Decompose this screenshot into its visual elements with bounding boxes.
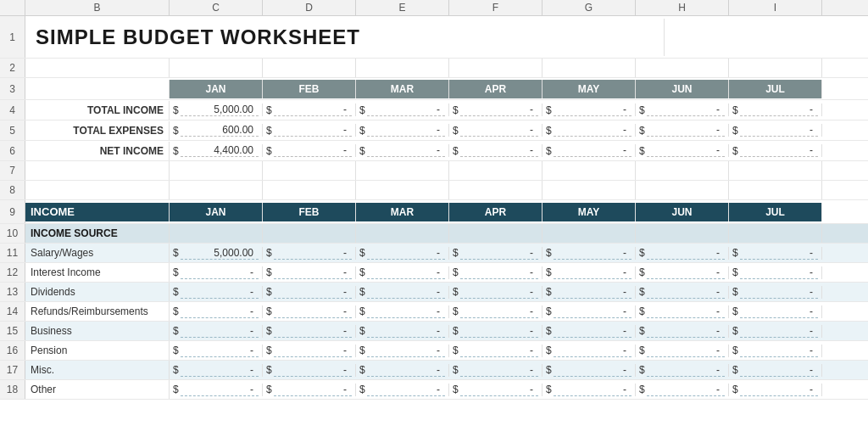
net-income-feb-cell[interactable]: $ -: [263, 144, 356, 157]
business-mar-cell[interactable]: $-: [356, 325, 449, 338]
pension-jan-cell[interactable]: $-: [170, 345, 263, 357]
misc-apr-cell[interactable]: $-: [449, 364, 542, 377]
other-mar-cell[interactable]: $-: [356, 384, 449, 396]
salary-jun-value[interactable]: -: [647, 247, 725, 260]
other-jan-cell[interactable]: $-: [170, 384, 263, 396]
salary-jun-cell[interactable]: $ -: [636, 247, 729, 260]
refunds-mar-cell[interactable]: $-: [356, 305, 449, 318]
net-income-mar-cell[interactable]: $ -: [356, 144, 449, 157]
business-jun-cell[interactable]: $-: [636, 325, 729, 338]
refunds-jun-cell[interactable]: $-: [636, 305, 729, 318]
pension-jun-cell[interactable]: $-: [636, 345, 729, 357]
other-feb-cell[interactable]: $-: [263, 384, 356, 396]
net-income-jul-value[interactable]: -: [740, 144, 818, 157]
interest-jul-cell[interactable]: $-: [729, 266, 822, 279]
salary-jan-value[interactable]: 5,000.00: [181, 247, 259, 260]
dividends-jul-cell[interactable]: $-: [729, 286, 822, 299]
interest-jun-value[interactable]: -: [647, 266, 725, 279]
interest-mar-value[interactable]: -: [367, 266, 445, 279]
salary-feb-value[interactable]: -: [274, 247, 352, 260]
interest-feb-value[interactable]: -: [274, 266, 352, 279]
net-income-may-cell[interactable]: $ -: [542, 144, 636, 157]
misc-mar-cell[interactable]: $-: [356, 364, 449, 377]
other-jun-cell[interactable]: $-: [636, 384, 729, 396]
pension-feb-cell[interactable]: $-: [263, 345, 356, 357]
business-jan-cell[interactable]: $-: [170, 325, 263, 338]
total-income-jan-value[interactable]: 5,000.00: [181, 104, 259, 116]
salary-mar-cell[interactable]: $ -: [356, 247, 449, 260]
interest-apr-value[interactable]: -: [460, 266, 538, 279]
business-feb-cell[interactable]: $-: [263, 325, 356, 338]
total-expenses-may-cell[interactable]: $ -: [542, 124, 636, 137]
interest-mar-cell[interactable]: $-: [356, 266, 449, 279]
dividends-jun-cell[interactable]: $-: [636, 286, 729, 299]
misc-jul-cell[interactable]: $-: [729, 364, 822, 377]
salary-may-cell[interactable]: $ -: [542, 247, 636, 260]
net-income-may-value[interactable]: -: [554, 144, 632, 157]
refunds-apr-cell[interactable]: $-: [449, 305, 542, 318]
total-income-may-cell[interactable]: $ -: [542, 104, 636, 116]
total-income-feb-cell[interactable]: $ -: [263, 104, 356, 116]
dividends-feb-cell[interactable]: $-: [263, 286, 356, 299]
dividends-apr-cell[interactable]: $-: [449, 286, 542, 299]
salary-apr-value[interactable]: -: [460, 247, 538, 260]
total-income-apr-cell[interactable]: $ -: [449, 104, 542, 116]
salary-may-value[interactable]: -: [554, 247, 632, 260]
other-apr-cell[interactable]: $-: [449, 384, 542, 396]
total-income-may-value[interactable]: -: [554, 104, 632, 116]
total-expenses-jan-cell[interactable]: $ 600.00: [170, 124, 263, 137]
total-expenses-jul-cell[interactable]: $ -: [729, 124, 822, 137]
net-income-jan-cell[interactable]: $ 4,400.00: [170, 144, 263, 157]
total-income-jun-value[interactable]: -: [647, 104, 725, 116]
salary-jul-cell[interactable]: $ -: [729, 247, 822, 260]
total-expenses-feb-cell[interactable]: $ -: [263, 124, 356, 137]
net-income-jan-value[interactable]: 4,400.00: [181, 144, 259, 157]
interest-may-cell[interactable]: $-: [542, 266, 636, 279]
refunds-feb-cell[interactable]: $-: [263, 305, 356, 318]
interest-jun-cell[interactable]: $-: [636, 266, 729, 279]
net-income-mar-value[interactable]: -: [367, 144, 445, 157]
other-jul-cell[interactable]: $-: [729, 384, 822, 396]
net-income-apr-cell[interactable]: $ -: [449, 144, 542, 157]
salary-feb-cell[interactable]: $ -: [263, 247, 356, 260]
total-expenses-jul-value[interactable]: -: [740, 124, 818, 137]
misc-jan-cell[interactable]: $-: [170, 364, 263, 377]
interest-may-value[interactable]: -: [554, 266, 632, 279]
business-may-cell[interactable]: $-: [542, 325, 636, 338]
total-expenses-jan-value[interactable]: 600.00: [181, 124, 259, 137]
net-income-jun-value[interactable]: -: [647, 144, 725, 157]
misc-feb-cell[interactable]: $-: [263, 364, 356, 377]
salary-jul-value[interactable]: -: [740, 247, 818, 260]
total-expenses-apr-cell[interactable]: $ -: [449, 124, 542, 137]
refunds-may-cell[interactable]: $-: [542, 305, 636, 318]
business-apr-cell[interactable]: $-: [449, 325, 542, 338]
net-income-feb-value[interactable]: -: [274, 144, 352, 157]
interest-jan-value[interactable]: -: [181, 266, 259, 279]
pension-mar-cell[interactable]: $-: [356, 345, 449, 357]
salary-jan-cell[interactable]: $ 5,000.00: [170, 247, 263, 260]
total-expenses-jun-value[interactable]: -: [647, 124, 725, 137]
total-income-jun-cell[interactable]: $ -: [636, 104, 729, 116]
total-expenses-may-value[interactable]: -: [554, 124, 632, 137]
refunds-jan-cell[interactable]: $-: [170, 305, 263, 318]
total-income-mar-value[interactable]: -: [367, 104, 445, 116]
total-income-jul-cell[interactable]: $ -: [729, 104, 822, 116]
net-income-jun-cell[interactable]: $ -: [636, 144, 729, 157]
misc-may-cell[interactable]: $-: [542, 364, 636, 377]
other-may-cell[interactable]: $-: [542, 384, 636, 396]
interest-jan-cell[interactable]: $-: [170, 266, 263, 279]
pension-may-cell[interactable]: $-: [542, 345, 636, 357]
total-income-apr-value[interactable]: -: [460, 104, 538, 116]
total-expenses-mar-value[interactable]: -: [367, 124, 445, 137]
dividends-may-cell[interactable]: $-: [542, 286, 636, 299]
total-expenses-apr-value[interactable]: -: [460, 124, 538, 137]
total-expenses-feb-value[interactable]: -: [274, 124, 352, 137]
interest-feb-cell[interactable]: $-: [263, 266, 356, 279]
interest-apr-cell[interactable]: $-: [449, 266, 542, 279]
salary-apr-cell[interactable]: $ -: [449, 247, 542, 260]
net-income-jul-cell[interactable]: $ -: [729, 144, 822, 157]
pension-jul-cell[interactable]: $-: [729, 345, 822, 357]
refunds-jul-cell[interactable]: $-: [729, 305, 822, 318]
total-expenses-mar-cell[interactable]: $ -: [356, 124, 449, 137]
misc-jun-cell[interactable]: $-: [636, 364, 729, 377]
